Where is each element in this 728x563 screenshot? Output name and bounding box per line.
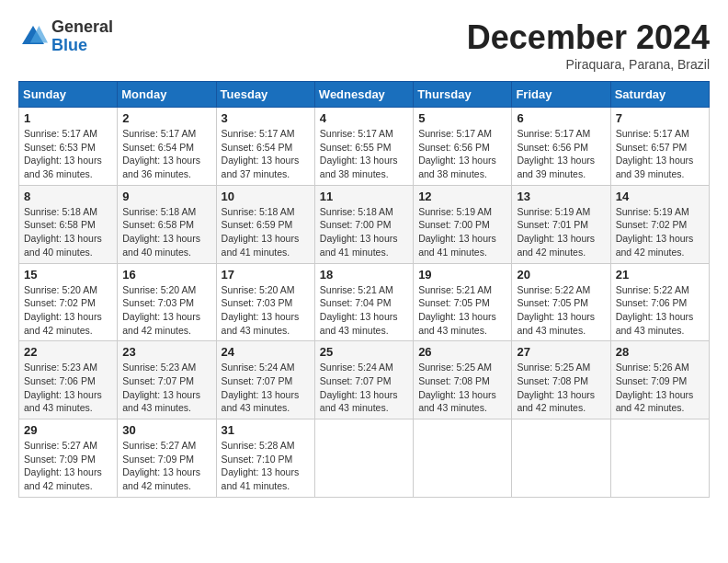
table-row: 1 Sunrise: 5:17 AMSunset: 6:53 PMDayligh… bbox=[19, 108, 710, 186]
list-item: 24 Sunrise: 5:24 AMSunset: 7:07 PMDaylig… bbox=[216, 341, 314, 419]
table-row: 8 Sunrise: 5:18 AMSunset: 6:58 PMDayligh… bbox=[19, 185, 710, 263]
empty-cell bbox=[610, 419, 709, 498]
list-item: 19 Sunrise: 5:21 AMSunset: 7:05 PMDaylig… bbox=[414, 263, 512, 341]
list-item: 17 Sunrise: 5:20 AMSunset: 7:03 PMDaylig… bbox=[216, 263, 314, 341]
list-item: 25 Sunrise: 5:24 AMSunset: 7:07 PMDaylig… bbox=[314, 341, 413, 419]
logo: General Blue bbox=[18, 18, 113, 55]
list-item: 22 Sunrise: 5:23 AMSunset: 7:06 PMDaylig… bbox=[19, 341, 118, 419]
page-header: General Blue December 2024 Piraquara, Pa… bbox=[18, 18, 710, 72]
list-item: 11 Sunrise: 5:18 AMSunset: 7:00 PMDaylig… bbox=[314, 185, 413, 263]
empty-cell bbox=[414, 419, 512, 498]
list-item: 5 Sunrise: 5:17 AMSunset: 6:56 PMDayligh… bbox=[414, 108, 512, 186]
empty-cell bbox=[314, 419, 413, 498]
list-item: 9 Sunrise: 5:18 AMSunset: 6:58 PMDayligh… bbox=[118, 185, 216, 263]
col-monday: Monday bbox=[118, 82, 216, 108]
list-item: 3 Sunrise: 5:17 AMSunset: 6:54 PMDayligh… bbox=[216, 108, 314, 186]
list-item: 30 Sunrise: 5:27 AMSunset: 7:09 PMDaylig… bbox=[118, 419, 216, 498]
col-saturday: Saturday bbox=[610, 82, 709, 108]
col-friday: Friday bbox=[512, 82, 610, 108]
location: Piraquara, Parana, Brazil bbox=[467, 57, 710, 72]
logo-icon bbox=[18, 22, 48, 52]
list-item: 10 Sunrise: 5:18 AMSunset: 6:59 PMDaylig… bbox=[216, 185, 314, 263]
title-block: December 2024 Piraquara, Parana, Brazil bbox=[467, 18, 710, 72]
list-item: 20 Sunrise: 5:22 AMSunset: 7:05 PMDaylig… bbox=[512, 263, 610, 341]
list-item: 2 Sunrise: 5:17 AMSunset: 6:54 PMDayligh… bbox=[118, 108, 216, 186]
list-item: 21 Sunrise: 5:22 AMSunset: 7:06 PMDaylig… bbox=[610, 263, 709, 341]
logo-blue-text: Blue bbox=[51, 37, 113, 55]
list-item: 14 Sunrise: 5:19 AMSunset: 7:02 PMDaylig… bbox=[610, 185, 709, 263]
empty-cell bbox=[512, 419, 610, 498]
list-item: 4 Sunrise: 5:17 AMSunset: 6:55 PMDayligh… bbox=[314, 108, 413, 186]
col-sunday: Sunday bbox=[19, 82, 118, 108]
col-wednesday: Wednesday bbox=[314, 82, 413, 108]
list-item: 12 Sunrise: 5:19 AMSunset: 7:00 PMDaylig… bbox=[414, 185, 512, 263]
list-item: 27 Sunrise: 5:25 AMSunset: 7:08 PMDaylig… bbox=[512, 341, 610, 419]
list-item: 16 Sunrise: 5:20 AMSunset: 7:03 PMDaylig… bbox=[118, 263, 216, 341]
table-row: 15 Sunrise: 5:20 AMSunset: 7:02 PMDaylig… bbox=[19, 263, 710, 341]
list-item: 15 Sunrise: 5:20 AMSunset: 7:02 PMDaylig… bbox=[19, 263, 118, 341]
logo-general-text: General bbox=[51, 18, 113, 37]
list-item: 28 Sunrise: 5:26 AMSunset: 7:09 PMDaylig… bbox=[610, 341, 709, 419]
list-item: 18 Sunrise: 5:21 AMSunset: 7:04 PMDaylig… bbox=[314, 263, 413, 341]
list-item: 13 Sunrise: 5:19 AMSunset: 7:01 PMDaylig… bbox=[512, 185, 610, 263]
col-tuesday: Tuesday bbox=[216, 82, 314, 108]
calendar-table: Sunday Monday Tuesday Wednesday Thursday… bbox=[18, 81, 710, 498]
list-item: 23 Sunrise: 5:23 AMSunset: 7:07 PMDaylig… bbox=[118, 341, 216, 419]
calendar-header-row: Sunday Monday Tuesday Wednesday Thursday… bbox=[19, 82, 710, 108]
list-item: 29 Sunrise: 5:27 AMSunset: 7:09 PMDaylig… bbox=[19, 419, 118, 498]
list-item: 26 Sunrise: 5:25 AMSunset: 7:08 PMDaylig… bbox=[414, 341, 512, 419]
list-item: 6 Sunrise: 5:17 AMSunset: 6:56 PMDayligh… bbox=[512, 108, 610, 186]
list-item: 7 Sunrise: 5:17 AMSunset: 6:57 PMDayligh… bbox=[610, 108, 709, 186]
list-item: 1 Sunrise: 5:17 AMSunset: 6:53 PMDayligh… bbox=[19, 108, 118, 186]
month-title: December 2024 bbox=[467, 18, 710, 57]
list-item: 8 Sunrise: 5:18 AMSunset: 6:58 PMDayligh… bbox=[19, 185, 118, 263]
table-row: 29 Sunrise: 5:27 AMSunset: 7:09 PMDaylig… bbox=[19, 419, 710, 498]
list-item: 31 Sunrise: 5:28 AMSunset: 7:10 PMDaylig… bbox=[216, 419, 314, 498]
col-thursday: Thursday bbox=[414, 82, 512, 108]
table-row: 22 Sunrise: 5:23 AMSunset: 7:06 PMDaylig… bbox=[19, 341, 710, 419]
